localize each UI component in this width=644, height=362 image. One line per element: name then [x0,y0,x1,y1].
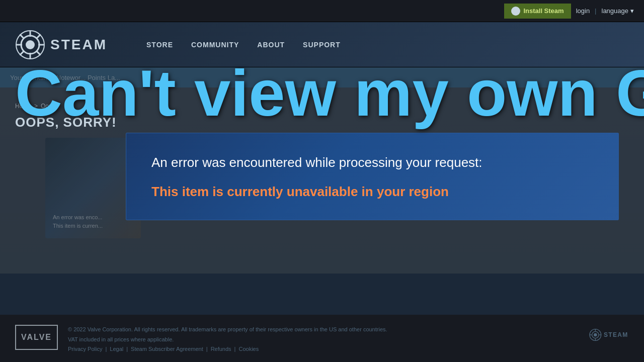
breadcrumb-home[interactable]: Home [15,103,31,110]
footer-ssa-link[interactable]: Steam Subscriber Agreement [131,346,203,352]
error-modal: An error was encountered while processin… [126,133,619,220]
steam-small-icon [511,7,520,16]
nav-community[interactable]: COMMUNITY [182,22,248,67]
svg-point-2 [26,40,35,49]
breadcrumb: Home > Oops [15,103,629,110]
steam-logo-icon [15,30,45,60]
footer-inner: VALVE © 2022 Valve Corporation. All righ… [15,325,629,352]
footer-privacy-link[interactable]: Privacy Policy [68,346,102,352]
valve-logo: VALVE [15,325,58,350]
footer-div3: | [206,346,208,352]
nav-bar: STEAM STORE COMMUNITY ABOUT SUPPORT [0,22,644,67]
error-modal-title: An error was encountered while processin… [151,153,593,171]
chevron-down-icon: ▾ [630,7,634,15]
steam-logo-text: STEAM [50,37,107,53]
top-bar: Install Steam login | language ▾ [0,0,644,22]
error-bg-line2: This item is curren... [53,222,133,231]
sub-nav-text: Your Workshop Notewor... Points La... [10,74,120,81]
spacer [0,274,644,306]
footer-div2: | [126,346,128,352]
error-modal-message: This item is currently unavailable in yo… [151,184,593,200]
footer-steam-logo-svg: STEAM [589,325,629,345]
steam-logo[interactable]: STEAM [15,30,107,60]
main-content-inner: Home > Oops OOPS, SORRY! An error was en… [15,103,629,130]
language-selector[interactable]: language ▾ [602,7,634,15]
footer-links: Privacy Policy | Legal | Steam Subscribe… [68,346,579,352]
footer-cookies-link[interactable]: Cookies [238,346,259,352]
page-title: OOPS, SORRY! [15,115,629,130]
footer-refunds-link[interactable]: Refunds [211,346,231,352]
topbar-divider: | [595,7,596,15]
nav-support[interactable]: SUPPORT [294,22,350,67]
error-bg-line1: An error was enco... [53,213,133,222]
main-content: Home > Oops OOPS, SORRY! An error was en… [0,87,644,274]
footer-div4: | [234,346,236,352]
main-nav: STORE COMMUNITY ABOUT SUPPORT [137,22,350,67]
breadcrumb-separator: > [34,103,38,110]
sub-nav: Your Workshop Notewor... Points La... [0,67,644,87]
svg-point-13 [594,333,597,337]
nav-store[interactable]: STORE [137,22,182,67]
footer-steam-logo: STEAM [589,325,629,345]
breadcrumb-current: Oops [41,103,55,110]
login-link[interactable]: login [576,7,590,15]
footer-copyright: © 2022 Valve Corporation. All rights res… [68,325,579,335]
install-steam-label: Install Steam [523,7,564,15]
footer-text-area: © 2022 Valve Corporation. All rights res… [68,325,579,352]
footer-div1: | [105,346,107,352]
language-label: language [602,7,629,15]
footer: VALVE © 2022 Valve Corporation. All righ… [0,315,644,362]
install-steam-button[interactable]: Install Steam [504,4,571,19]
nav-about[interactable]: ABOUT [248,22,294,67]
svg-text:STEAM: STEAM [604,331,628,338]
footer-legal-link[interactable]: Legal [110,346,123,352]
footer-vat: VAT included in all prices where applica… [68,335,579,345]
